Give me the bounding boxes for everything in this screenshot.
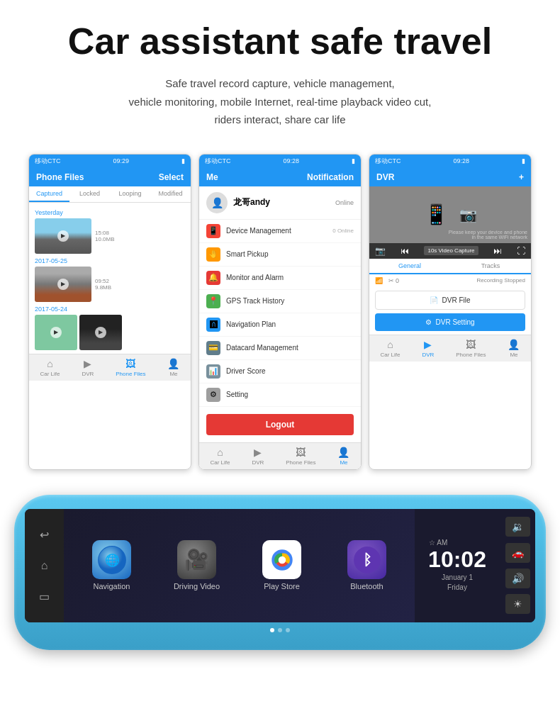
menu-setting[interactable]: ⚙ Setting <box>199 383 361 407</box>
cut-count: 0 <box>396 277 399 284</box>
dvr-add-btn[interactable]: + <box>519 172 524 182</box>
play-btn-map[interactable]: ▶ <box>50 327 62 338</box>
battery-2: ▮ <box>352 157 355 164</box>
me-icon-1: 👤 <box>167 358 179 369</box>
nav-car-life-3[interactable]: ⌂ Car Life <box>380 339 400 358</box>
play-btn-2[interactable]: ▶ <box>57 279 69 290</box>
subtitle-line3: riders interact, share car life <box>214 113 345 125</box>
dvr-camera-icon[interactable]: 📷 <box>375 246 386 256</box>
dvr-tab-tracks[interactable]: Tracks <box>450 259 531 273</box>
me-notification[interactable]: Notification <box>307 172 354 182</box>
driver-score-label: Driver Score <box>226 367 354 375</box>
dot-3[interactable] <box>286 628 290 632</box>
video-info-1: 15:0810.0MB <box>95 230 115 242</box>
video-item-2: ▶ 09:529.8MB <box>35 267 185 302</box>
files-icon-1: 🖼 <box>125 358 135 369</box>
page-dots <box>25 628 535 632</box>
nav-dvr-3[interactable]: ▶ DVR <box>422 339 434 358</box>
nav-car-life-2[interactable]: ⌂ Car Life <box>210 447 230 466</box>
nav-files-1[interactable]: 🖼 Phone Files <box>116 358 145 377</box>
monitor-icon: 🔔 <box>206 271 220 285</box>
play-btn-night[interactable]: ▶ <box>95 327 106 338</box>
dvr-setting-btn[interactable]: ⚙ DVR Setting <box>375 313 525 331</box>
app-play-store[interactable]: Play Store <box>241 540 323 590</box>
menu-smart-pickup[interactable]: 🤚 Smart Pickup <box>199 243 361 267</box>
dvr-file-btn[interactable]: 📄 DVR File <box>375 291 525 310</box>
nav-me-1[interactable]: 👤 Me <box>167 358 179 377</box>
nav-dvr-2[interactable]: ▶ DVR <box>252 447 264 466</box>
tab-captured[interactable]: Captured <box>29 186 69 202</box>
menu-gps[interactable]: 📍 GPS Track History <box>199 290 361 313</box>
nav-label-files-2: Phone Files <box>286 459 315 466</box>
menu-driver-score[interactable]: 📊 Driver Score <box>199 360 361 383</box>
home-icon-1: ⌂ <box>47 358 52 369</box>
dvr-next-btn[interactable]: ⏭ <box>493 246 502 256</box>
username: 龙哥andy <box>233 196 330 208</box>
home-button[interactable]: ⌂ <box>34 555 55 576</box>
app-driving-video[interactable]: 🎥 Driving Video <box>156 540 237 590</box>
screenshots-section: 移动CTC 09:29 ▮ Phone Files Select Capture… <box>0 143 560 481</box>
video-thumb-map: ▶ <box>35 315 77 350</box>
dot-2[interactable] <box>278 628 282 632</box>
dvr-title: DVR <box>376 172 394 182</box>
dot-1[interactable] <box>270 628 274 632</box>
back-button[interactable]: ↩ <box>34 524 55 545</box>
setting-icon: ⚙ <box>206 388 220 402</box>
clock-date-line1: January 1 <box>442 573 473 581</box>
app-navigation[interactable]: 🌐 Navigation <box>71 540 152 590</box>
dvr-file-label: DVR File <box>442 296 470 304</box>
dvr-setting-icon: ⚙ <box>425 318 432 326</box>
tab-looping[interactable]: Looping <box>110 186 150 202</box>
status-bar-1: 移动CTC 09:29 ▮ <box>29 155 191 168</box>
avatar: 👤 <box>206 192 228 213</box>
datacard-icon: 💳 <box>206 341 220 355</box>
clock-am-pm: ☆ AM <box>429 539 447 547</box>
nav-app-icon: 🌐 <box>92 540 131 579</box>
record-status: Recording Stopped <box>477 277 526 284</box>
driver-score-icon: 📊 <box>206 364 220 379</box>
dvr-fullscreen-btn[interactable]: ⛶ <box>517 246 525 256</box>
play-btn-1[interactable]: ▶ <box>57 230 69 242</box>
clock-time: 10:02 <box>428 547 486 573</box>
tab-modified[interactable]: Modified <box>150 186 191 202</box>
nav-me-3[interactable]: 👤 Me <box>508 339 520 358</box>
app-bluetooth[interactable]: ᛒ Bluetooth <box>326 540 408 590</box>
dvr-cut: ✂ 0 <box>388 277 399 284</box>
files-header: Phone Files Select <box>29 168 191 186</box>
volume-down-btn[interactable]: 🔉 <box>505 517 530 537</box>
mirror-clock: ☆ AM 10:02 January 1 Friday <box>415 509 500 622</box>
dvr-prev-btn[interactable]: ⏮ <box>401 246 409 256</box>
nav-files-2[interactable]: 🖼 Phone Files <box>286 447 315 466</box>
me-user: 👤 龙哥andy Online <box>199 186 361 220</box>
main-title: Car assistant safe travel <box>28 21 532 62</box>
dvr-tab-general[interactable]: General <box>369 259 450 274</box>
nav-label-car-life-2: Car Life <box>210 459 230 466</box>
nav-plan-label: Navigation Plan <box>226 320 354 328</box>
nav-dvr-1[interactable]: ▶ DVR <box>82 358 94 377</box>
me-icon-2: 👤 <box>337 447 349 458</box>
logout-button[interactable]: Logout <box>206 414 354 435</box>
tab-locked[interactable]: Locked <box>69 186 110 202</box>
dvr-capture-label[interactable]: 10s Video Capture <box>424 246 478 255</box>
brightness-btn[interactable]: ☀ <box>505 594 530 614</box>
gps-label: GPS Track History <box>226 297 354 305</box>
me-header: Me Notification <box>199 168 361 186</box>
nav-label-files-1: Phone Files <box>116 371 145 377</box>
phone-nav-bar-1: ⌂ Car Life ▶ DVR 🖼 Phone Files 👤 Me <box>29 354 191 381</box>
nav-car-life-1[interactable]: ⌂ Car Life <box>40 358 60 377</box>
volume-up-btn[interactable]: 🔊 <box>505 569 530 588</box>
menu-datacard[interactable]: 💳 Datacard Management <box>199 337 361 360</box>
menu-monitor[interactable]: 🔔 Monitor and Alarm <box>199 267 361 290</box>
recents-button[interactable]: ▭ <box>34 586 55 607</box>
svg-text:ᛒ: ᛒ <box>362 551 371 568</box>
battery-1: ▮ <box>181 157 185 164</box>
mirror-screen: ↩ ⌂ ▭ <box>25 509 535 622</box>
menu-device-mgmt[interactable]: 📱 Device Management 0 Online <box>199 220 361 243</box>
nav-me-2[interactable]: 👤 Me <box>337 447 349 466</box>
mirror-section: ↩ ⌂ ▭ <box>14 495 546 650</box>
nav-files-3[interactable]: 🖼 Phone Files <box>456 339 486 358</box>
nav-label-files-3: Phone Files <box>456 352 486 358</box>
menu-nav-plan[interactable]: 🅰 Navigation Plan <box>199 313 361 337</box>
car-btn[interactable]: 🚗 <box>505 543 530 563</box>
files-action[interactable]: Select <box>159 172 184 182</box>
